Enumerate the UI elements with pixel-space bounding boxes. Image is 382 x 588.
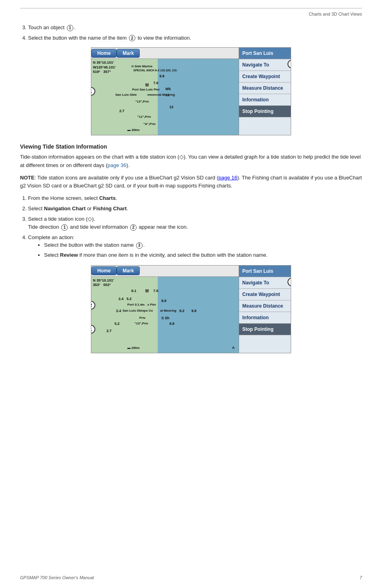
c2-val-8-2: 8.2 [179,309,185,313]
val-m: M [145,83,149,87]
circle-1b: 1 [61,224,68,231]
chart1-home-btn[interactable]: Home [91,49,117,58]
c2-san-luis: San Luis Obispo Co [123,309,153,312]
c2-a-label: A [232,346,235,350]
priv-11-label: "11",Priv [137,115,151,119]
c2-val-7-6: 7.6 [153,289,159,293]
chart1-right-panel: Port San Luis Navigate To Create Waypoin… [239,48,291,135]
chart-1: Home Mark Menu N 35°10.101'W120°45.101'5… [91,47,291,135]
side-marine-label: rt Side Marine [131,64,153,68]
c2-port-pier: Port S [127,303,137,306]
header-text: Charts and 3D Chart Views [309,12,362,16]
priv-13-label: "13",Priv [135,100,149,103]
chart2-right-panel: Port San Luis Navigate To Create Waypoin… [239,266,291,353]
c2-port-pier2: 1.4m [137,303,145,306]
c2-val-9-8b: 9.8 [169,322,175,326]
c2-val-8-8: 8.8 [161,299,167,303]
chart1-navigate-to[interactable]: Navigate To [239,59,291,71]
val-2-7: 2.7 [119,109,125,113]
chart1-measure-distance[interactable]: Measure Distance [239,83,291,94]
bottom-step-1: From the Home screen, select Charts. [28,194,362,202]
special-label: SPECIAL ANCH A-2 110.120, 110. [133,69,177,72]
chart2-map-area: N 35°10.101'353° 002° 6.1 M 7.6 2.4 5.2 … [91,277,239,353]
circle-2b: 2 [130,224,137,231]
chart2-measure-distance[interactable]: Measure Distance [239,300,291,312]
c2-13-priv: "13",Priv [135,322,148,325]
footer-right: 7 [360,575,362,580]
section-para1: Tide-station information appears on the … [20,152,362,170]
chart2-port-san-luis[interactable]: Port San Luis [239,266,291,277]
section-heading-text: Viewing Tide Station Information [20,143,107,150]
chart1-scale-label: ▬ 300m [127,128,140,132]
chart1-mark-btn[interactable]: Mark [117,49,140,58]
top-rule [20,8,362,8]
step-3: Touch an object 1. [28,24,362,32]
chart1-port-san-luis[interactable]: Port San Luis [239,48,291,59]
commercial-label: mmercial Mooring [147,93,175,97]
page-header: Charts and 3D Chart Views [20,12,362,16]
val-7-6: 7.6 [153,81,159,85]
chart2-create-waypoint[interactable]: Create Waypoint [239,289,291,300]
c2-val-m: M [145,289,149,293]
chart1-create-waypoint[interactable]: Create Waypoint [239,71,291,83]
chart2-navigate-to[interactable]: Navigate To [239,277,291,289]
chart1-stop-pointing[interactable]: Stop Pointing [239,106,291,117]
chart1-map-area: N 35°10.101'W120°45.101'519° 357° rt Sid… [91,59,239,135]
chart-1-wrapper: Home Mark Menu N 35°10.101'W120°45.101'5… [20,47,362,135]
chart1-anno-1: 1 [91,87,95,96]
bottom-step-3: Select a tide station icon (◇). Tide dir… [28,215,362,231]
chart2-home-btn[interactable]: Home [91,266,117,275]
chart-2-wrapper: Home Mark Menu N 35°10.101'353° 002° 6.1… [20,265,362,353]
chart-2: Home Mark Menu N 35°10.101'353° 002° 6.1… [91,265,291,353]
c2-val-6-1: 6.1 [131,289,137,293]
bullet-1: Select the button with the station name … [44,241,362,250]
bullet-2: Select Review if more than one item is i… [44,251,362,260]
c2-s-sh: S Sh [161,316,169,320]
c2-val-2-7: 2.7 [107,329,112,333]
circle-1: 1 [67,25,73,31]
circle-2: 2 [129,35,135,41]
c2-val-9-8a: 9.8 [191,309,197,313]
c2-s-pier: s Pier [147,303,156,306]
link-page16[interactable]: page 16 [218,175,237,181]
chart2-water [158,277,239,353]
c2-val-2-4b: 2.4 [116,309,121,313]
c2-val-5-2: 5.2 [127,297,132,301]
bottom-step-4: Complete an action: Select the button wi… [28,234,362,260]
c2-val-2-4: 2.4 [119,297,124,301]
action-bullets: Select the button with the station name … [44,241,362,260]
chart1-information[interactable]: Information [239,94,291,106]
bottom-step-2: Select Navigation Chart or Fishing Chart… [28,205,362,213]
circle-3: 3 [136,242,143,249]
footer-left: GPSMAP 700 Series Owner's Manual [20,575,94,580]
san-luis-label: San Luis Obie [115,93,137,97]
port-pier-label: Port San Luis Pier [132,88,160,91]
val-9-8: 9.8 [159,74,165,78]
chart2-mark-btn[interactable]: Mark [117,266,140,275]
chart2-stop-pointing[interactable]: Stop Pointing [239,324,291,335]
val-wk: Wk [165,87,171,91]
priv-a-label: "A",Priv [143,122,156,126]
val-11: 11 [165,93,169,97]
bottom-steps: From the Home screen, select Charts. Sel… [20,194,362,260]
chart2-anno-2: 2 [91,301,95,310]
val-12: 12 [169,105,173,109]
step-4: Select the button with the name of the i… [28,34,362,42]
intro-steps: Touch an object 1. Select the button wit… [20,24,362,42]
page-footer: GPSMAP 700 Series Owner's Manual 7 [20,575,362,580]
c2-al-mooring: al Mooring [160,309,176,312]
chart2-coords: N 35°10.101'353° 002° [93,278,114,288]
link-page36[interactable]: page 36 [107,162,126,168]
c2-priv-label: Priv [139,316,145,320]
section-note: NOTE: Tide station icons are available o… [20,174,362,191]
chart2-anno-1: 1 [91,325,95,334]
chart2-scale-label: ▬ 200m [127,346,140,350]
section-heading: Viewing Tide Station Information [20,143,362,150]
chart1-coords: N 35°10.101'W120°45.101'519° 357° [93,60,116,75]
c2-val-5-2b: 5.2 [115,322,120,326]
chart2-information[interactable]: Information [239,312,291,324]
